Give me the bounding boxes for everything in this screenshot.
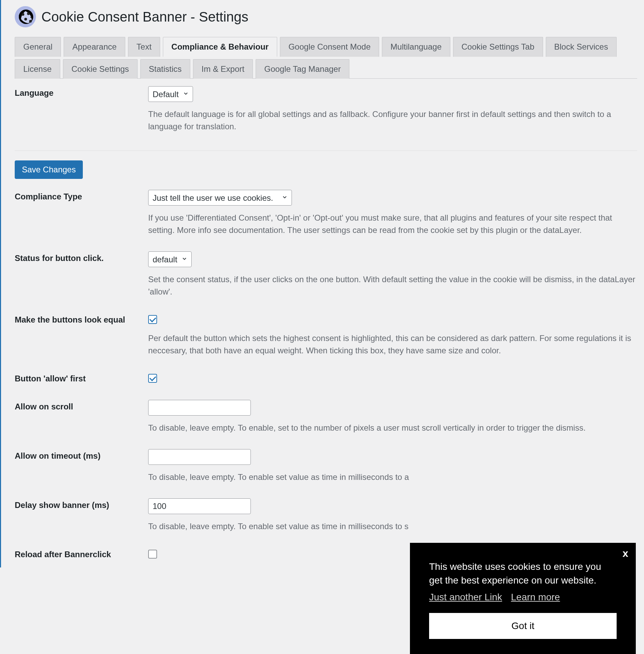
allow-on-scroll-description: To disable, leave empty. To enable, set … xyxy=(148,422,637,434)
page-title: Cookie Consent Banner - Settings xyxy=(41,9,248,25)
label-compliance-type: Compliance Type xyxy=(15,190,148,201)
buttons-equal-description: Per default the button which sets the hi… xyxy=(148,332,637,357)
label-allow-on-timeout: Allow on timeout (ms) xyxy=(15,449,148,461)
tab-appearance[interactable]: Appearance xyxy=(64,37,125,57)
compliance-type-description: If you use 'Differentiated Consent', 'Op… xyxy=(148,212,637,236)
tab-text[interactable]: Text xyxy=(128,37,160,57)
status-button-click-description: Set the consent status, if the user clic… xyxy=(148,273,637,298)
tab-im-export[interactable]: Im & Export xyxy=(193,59,253,79)
delay-show-input[interactable] xyxy=(148,498,251,514)
compliance-type-select[interactable]: Just tell the user we use cookies. xyxy=(148,190,292,206)
buttons-equal-checkbox[interactable] xyxy=(148,315,157,324)
tab-bar: GeneralAppearanceTextCompliance & Behavi… xyxy=(15,34,637,79)
cookie-banner: x This website uses cookies to ensure yo… xyxy=(410,543,636,567)
tab-google-consent-mode[interactable]: Google Consent Mode xyxy=(280,37,379,57)
cookie-banner-text: This website uses cookies to ensure you … xyxy=(429,560,617,567)
tab-cookie-settings[interactable]: Cookie Settings xyxy=(63,59,138,79)
tab-cookie-settings-tab[interactable]: Cookie Settings Tab xyxy=(453,37,543,57)
reload-after-checkbox[interactable] xyxy=(148,550,157,559)
allow-first-checkbox[interactable] xyxy=(148,374,157,383)
label-reload-after: Reload after Bannerclick xyxy=(15,548,148,559)
label-delay-show: Delay show banner (ms) xyxy=(15,498,148,510)
status-button-click-select[interactable]: default xyxy=(148,251,192,267)
tab-multilanguage[interactable]: Multilanguage xyxy=(382,37,450,57)
allow-on-scroll-input[interactable] xyxy=(148,400,251,416)
tab-general[interactable]: General xyxy=(15,37,61,57)
tab-license[interactable]: License xyxy=(15,59,60,79)
label-allow-on-scroll: Allow on scroll xyxy=(15,400,148,411)
plugin-logo xyxy=(15,6,36,27)
delay-show-description: To disable, leave empty. To enable set v… xyxy=(148,520,637,533)
allow-on-timeout-description: To disable, leave empty. To enable set v… xyxy=(148,471,637,483)
label-language: Language xyxy=(15,86,148,98)
label-buttons-equal: Make the buttons look equal xyxy=(15,313,148,325)
tab-block-services[interactable]: Block Services xyxy=(546,37,617,57)
divider xyxy=(15,151,637,151)
tab-google-tag-manager[interactable]: Google Tag Manager xyxy=(256,59,349,79)
close-icon[interactable]: x xyxy=(622,548,628,559)
label-allow-first: Button 'allow' first xyxy=(15,372,148,383)
language-select[interactable]: Default xyxy=(148,86,193,102)
save-button[interactable]: Save Changes xyxy=(15,160,83,179)
label-status-button-click: Status for button click. xyxy=(15,251,148,263)
tab-compliance-behaviour[interactable]: Compliance & Behaviour xyxy=(163,37,277,57)
allow-on-timeout-input[interactable] xyxy=(148,449,251,465)
language-description: The default language is for all global s… xyxy=(148,108,637,133)
tab-statistics[interactable]: Statistics xyxy=(140,59,190,79)
